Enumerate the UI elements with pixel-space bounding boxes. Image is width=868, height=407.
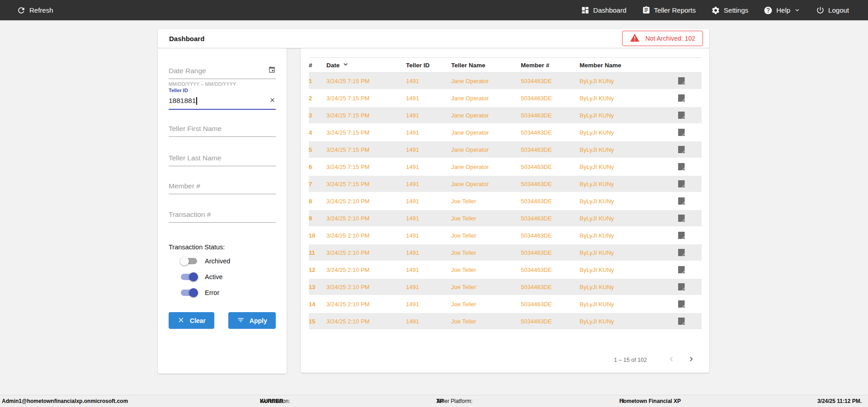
table-row[interactable]: 113/24/25 2:10 PM1491 Joe Teller5034463D… (309, 244, 702, 262)
apply-button[interactable]: Apply (228, 312, 276, 329)
note-icon[interactable] (678, 300, 685, 308)
refresh-icon (17, 6, 26, 15)
teller-last-name-input[interactable] (169, 154, 276, 162)
status-bar-datetime: 3/24/25 11:12 PM. (817, 395, 862, 407)
nav-item-teller-reports[interactable]: Teller Reports (642, 6, 696, 14)
sort-down-icon (342, 61, 349, 70)
column-header-teller-id[interactable]: Teller ID (406, 62, 451, 69)
table-row[interactable]: 33/24/25 7:15 PM1491 Jane Operator503446… (309, 107, 702, 124)
table-row[interactable]: 103/24/25 2:10 PM1491 Joe Teller5034463D… (309, 227, 702, 244)
transaction-status-label: Transaction Status: (169, 243, 276, 251)
table-row[interactable]: 63/24/25 7:15 PM1491 Jane Operator503446… (309, 159, 702, 176)
status-toggle[interactable] (181, 290, 197, 296)
note-icon[interactable] (678, 180, 685, 187)
teller-first-name-input[interactable] (169, 125, 276, 133)
note-icon[interactable] (678, 77, 685, 84)
status-toggle-label: Archived (205, 257, 230, 265)
column-header-teller-name[interactable]: Teller Name (451, 62, 521, 69)
nav-item-label: Logout (828, 6, 849, 14)
nav-item-label: Help (776, 6, 790, 14)
transactions-panel: # Date Teller ID Teller Name Member # Me… (301, 48, 709, 373)
table-row[interactable]: 83/24/25 2:10 PM1491 Joe Teller5034463DE… (309, 193, 702, 210)
nav-item-label: Teller Reports (654, 6, 696, 14)
status-toggle-label: Error (205, 289, 219, 296)
note-icon[interactable] (678, 197, 685, 205)
chevron-right-icon (687, 355, 696, 365)
x-icon (177, 316, 185, 325)
nav-item-logout[interactable]: Logout (816, 6, 849, 14)
status-bar: Admin1@hometownfinancialxp.onmicrosoft.c… (0, 395, 868, 407)
note-icon[interactable] (678, 283, 685, 290)
date-range-input[interactable] (169, 67, 268, 75)
status-toggle[interactable] (181, 258, 197, 264)
note-icon[interactable] (678, 249, 685, 256)
page-header: Dashboard Not Archived: 102 (158, 29, 709, 48)
filter-panel: MM/DD/YYYY – MM/DD/YYYY Teller ID 188188… (158, 48, 287, 374)
clear-button-label: Clear (190, 317, 206, 324)
power-icon (816, 6, 825, 14)
logged-in-user: Admin1@hometownfinancialxp.onmicrosoft.c… (2, 395, 128, 407)
column-header-member-name[interactable]: Member Name (580, 62, 661, 69)
table-row[interactable]: 133/24/25 2:10 PM1491 Joe Teller5034463D… (309, 279, 702, 296)
clear-field-icon[interactable] (269, 97, 276, 105)
chevron-left-icon (667, 355, 676, 365)
calendar-icon[interactable] (268, 66, 276, 75)
table-row[interactable]: 73/24/25 7:15 PM1491 Jane Operator503446… (309, 176, 702, 193)
note-icon[interactable] (678, 129, 685, 136)
clipboard-icon (642, 6, 651, 14)
note-icon[interactable] (678, 266, 685, 273)
page-title: Dashboard (169, 35, 204, 42)
clear-button[interactable]: Clear (169, 312, 214, 329)
nav-item-help[interactable]: Help (764, 6, 801, 15)
refresh-button[interactable]: Refresh (17, 6, 53, 15)
member-number-input[interactable] (169, 182, 276, 190)
help-icon (764, 6, 773, 15)
table-row[interactable]: 93/24/25 2:10 PM1491 Joe Teller5034463DE… (309, 210, 702, 227)
not-archived-label: Not Archived: 102 (645, 35, 695, 42)
nav-item-label: Dashboard (593, 6, 626, 14)
pagination: 1 – 15 of 102 (614, 355, 696, 365)
column-header-member-number[interactable]: Member # (521, 62, 580, 69)
chevron-down-icon (794, 7, 801, 14)
dashboard-icon (581, 6, 590, 14)
teller-id-value: 1881881 (169, 97, 196, 105)
column-header-number[interactable]: # (309, 62, 326, 69)
table-body: 13/24/25 7:15 PM1491 Jane Operator503446… (309, 73, 702, 330)
nav-item-label: Settings (724, 6, 748, 14)
warning-icon (630, 33, 640, 44)
text-cursor (196, 97, 197, 105)
refresh-label: Refresh (29, 6, 53, 14)
note-icon[interactable] (678, 163, 685, 170)
table-row[interactable]: 123/24/25 2:10 PM1491 Joe Teller5034463D… (309, 262, 702, 279)
table-row[interactable]: 13/24/25 7:15 PM1491 Jane Operator503446… (309, 73, 702, 90)
date-range-helper: MM/DD/YYYY – MM/DD/YYYY (169, 81, 276, 87)
table-row[interactable]: 53/24/25 7:15 PM1491 Jane Operator503446… (309, 141, 702, 159)
not-archived-badge: Not Archived: 102 (622, 31, 703, 46)
nav-item-dashboard[interactable]: Dashboard (581, 6, 626, 14)
nav-item-settings[interactable]: Settings (711, 6, 748, 15)
note-icon[interactable] (678, 94, 685, 102)
gear-icon (711, 6, 720, 15)
status-toggle[interactable] (181, 274, 197, 280)
pagination-range-label: 1 – 15 of 102 (614, 357, 647, 363)
note-icon[interactable] (678, 318, 685, 325)
previous-page-button[interactable] (667, 355, 676, 365)
note-icon[interactable] (678, 232, 685, 239)
table-header-row: # Date Teller ID Teller Name Member # Me… (309, 57, 702, 73)
top-navbar: Refresh Dashboard Teller Reports Setting… (0, 0, 868, 20)
note-icon[interactable] (678, 112, 685, 119)
column-header-date[interactable]: Date (326, 61, 406, 70)
status-toggle-label: Active (205, 273, 223, 281)
next-page-button[interactable] (687, 355, 696, 365)
filter-icon (237, 316, 245, 325)
note-icon[interactable] (678, 146, 685, 153)
table-row[interactable]: 23/24/25 7:15 PM1491 Jane Operator503446… (309, 90, 702, 107)
transaction-number-input[interactable] (169, 211, 276, 219)
table-row[interactable]: 153/24/25 2:10 PM1491 Joe Teller5034463D… (309, 313, 702, 330)
table-row[interactable]: 43/24/25 7:15 PM1491 Jane Operator503446… (309, 124, 702, 141)
teller-id-input[interactable]: 1881881 (169, 93, 276, 110)
table-row[interactable]: 143/24/25 2:10 PM1491 Joe Teller5034463D… (309, 296, 702, 313)
status-toggles: Archived Active Error (179, 256, 276, 298)
note-icon[interactable] (678, 215, 685, 222)
apply-button-label: Apply (250, 317, 267, 324)
